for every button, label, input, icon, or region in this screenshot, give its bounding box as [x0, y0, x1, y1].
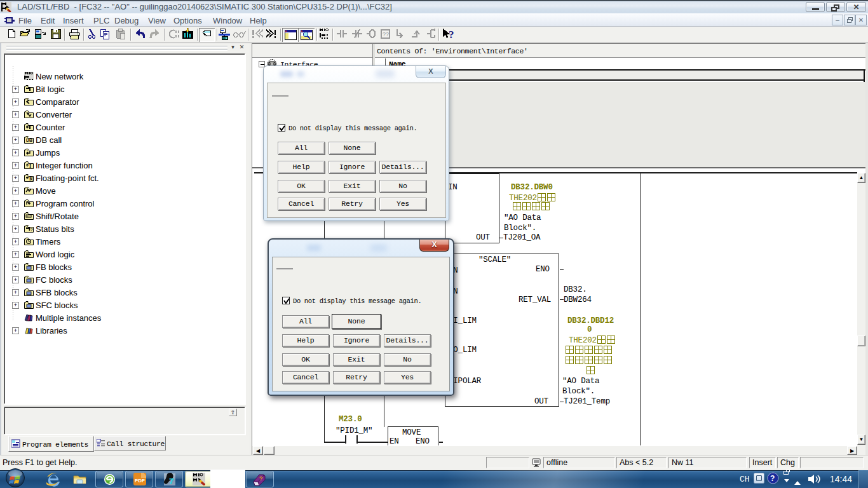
svg-text:PDF: PDF [135, 478, 145, 484]
svg-text:DB: DB [26, 138, 32, 142]
svg-text:I: I [29, 163, 31, 169]
svg-text:?: ? [449, 29, 454, 41]
svg-text:7: 7 [169, 477, 173, 486]
svg-text:??: ?? [383, 31, 389, 37]
svg-text:?: ? [31, 227, 33, 233]
svg-text:R: R [29, 176, 33, 182]
svg-text:?: ? [770, 474, 775, 483]
svg-text:?: ? [259, 475, 263, 482]
